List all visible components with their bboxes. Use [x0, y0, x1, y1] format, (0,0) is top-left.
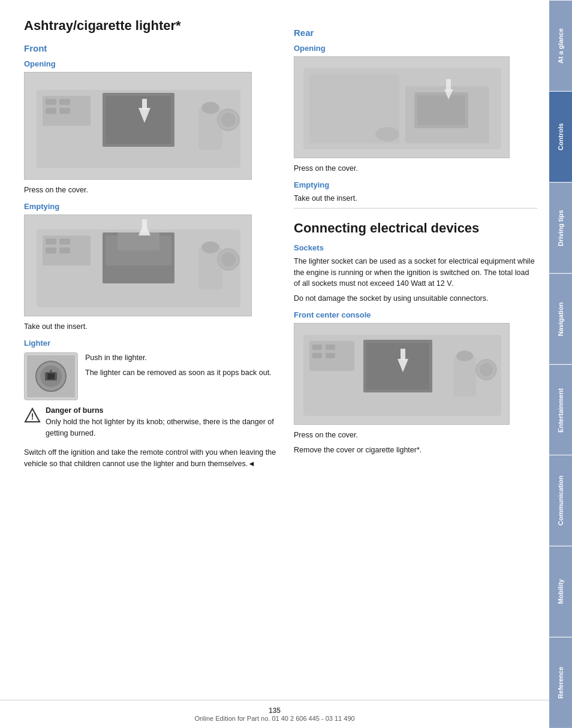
sidebar-tab-reference[interactable]: Reference: [549, 637, 572, 728]
front-console-title: Front center console: [294, 310, 537, 319]
svg-rect-24: [118, 232, 159, 250]
rear-opening-title: Opening: [294, 44, 537, 53]
svg-rect-52: [326, 345, 335, 350]
warning-title: Danger of burns: [46, 406, 282, 415]
sockets-title: Sockets: [294, 243, 537, 252]
svg-point-62: [480, 363, 493, 376]
left-column: Ashtray/cigarette lighter* Front Opening: [24, 18, 282, 704]
svg-rect-10: [142, 99, 147, 110]
sidebar-tab-controls[interactable]: Controls: [549, 91, 572, 182]
lighter-text2: The lighter can be removed as soon as it…: [85, 367, 272, 379]
sidebar-tab-navigation[interactable]: Navigation: [549, 273, 572, 364]
svg-rect-46: [446, 79, 451, 91]
svg-rect-3: [46, 99, 56, 105]
sockets-text1: The lighter socket can be used as a sock…: [294, 256, 537, 289]
svg-rect-21: [59, 247, 70, 253]
main-content: Ashtray/cigarette lighter* Front Opening: [0, 0, 549, 728]
svg-rect-11: [198, 108, 222, 150]
rear-open-desc: Press on the cover.: [294, 163, 537, 174]
sidebar-tab-driving-tips[interactable]: Driving tips: [549, 182, 572, 273]
rear-empty-desc: Take out the insert.: [294, 193, 537, 204]
svg-rect-53: [312, 353, 322, 358]
svg-rect-5: [46, 108, 56, 114]
svg-rect-59: [453, 356, 476, 397]
svg-rect-44: [417, 95, 465, 125]
svg-rect-27: [198, 247, 222, 289]
rear-emptying-title: Emptying: [294, 180, 537, 189]
console-text1: Press on the cover.: [294, 430, 537, 441]
front-open-desc: Press on the cover.: [24, 185, 282, 196]
svg-point-30: [221, 252, 236, 267]
svg-point-28: [201, 241, 219, 253]
sidebar-tab-at-a-glance[interactable]: At a glance: [549, 0, 572, 91]
sidebar-tab-entertainment[interactable]: Entertainment: [549, 364, 572, 455]
sidebar-tab-mobility[interactable]: Mobility: [549, 546, 572, 637]
svg-rect-20: [46, 247, 56, 253]
rear-section-title: Rear: [294, 28, 537, 38]
svg-rect-58: [401, 349, 405, 360]
svg-text:!: !: [31, 412, 34, 421]
footer: 135 Online Edition for Part no. 01 40 2 …: [0, 700, 549, 728]
front-opening-title: Opening: [24, 59, 282, 68]
lighter-text-block: Push in the lighter. The lighter can be …: [85, 352, 272, 400]
front-opening-image: [24, 72, 252, 180]
svg-rect-54: [326, 353, 335, 358]
svg-rect-26: [142, 219, 147, 230]
warning-text-block: Danger of burns Only hold the hot lighte…: [46, 406, 282, 443]
svg-point-12: [201, 102, 219, 114]
svg-point-60: [456, 351, 473, 361]
svg-rect-56: [366, 343, 429, 389]
page-number: 135: [269, 706, 281, 715]
svg-point-14: [221, 113, 236, 127]
safety-text: Switch off the ignition and take the rem…: [24, 447, 282, 470]
front-emptying-title: Emptying: [24, 202, 282, 211]
front-section-title: Front: [24, 43, 282, 53]
svg-rect-19: [59, 238, 70, 244]
warning-icon: !: [24, 407, 41, 424]
connecting-title: Connecting electrical devices: [294, 220, 537, 236]
warning-text: Only hold the hot lighter by its knob; o…: [46, 416, 282, 439]
svg-rect-18: [46, 238, 56, 244]
page-wrapper: Ashtray/cigarette lighter* Front Opening: [0, 0, 572, 728]
rear-opening-image: [294, 56, 510, 158]
svg-rect-51: [312, 345, 322, 350]
console-text2: Remove the cover or cigarette lighter*.: [294, 445, 537, 456]
front-console-image: [294, 323, 510, 425]
warning-block: ! Danger of burns Only hold the hot ligh…: [24, 406, 282, 443]
section-divider: [294, 208, 537, 209]
sockets-text2: Do not damage the socket by using unsuit…: [294, 293, 537, 304]
front-empty-desc: Take out the insert.: [24, 321, 282, 333]
page-title: Ashtray/cigarette lighter*: [24, 18, 282, 34]
svg-rect-4: [59, 99, 70, 105]
svg-point-47: [375, 127, 399, 141]
svg-rect-8: [106, 96, 171, 144]
svg-rect-35: [47, 373, 55, 379]
lighter-section: Push in the lighter. The lighter can be …: [24, 352, 282, 400]
lighter-text1: Push in the lighter.: [85, 352, 272, 364]
front-emptying-image: [24, 215, 252, 316]
sidebar-tab-communication[interactable]: Communication: [549, 455, 572, 546]
svg-rect-6: [59, 108, 70, 114]
sidebar: At a glance Controls Driving tips Naviga…: [549, 0, 572, 728]
footer-text: Online Edition for Part no. 01 40 2 606 …: [194, 715, 354, 722]
right-column: Rear Opening: [294, 18, 537, 704]
lighter-icon-image: [24, 352, 78, 400]
lighter-title: Lighter: [24, 339, 282, 348]
